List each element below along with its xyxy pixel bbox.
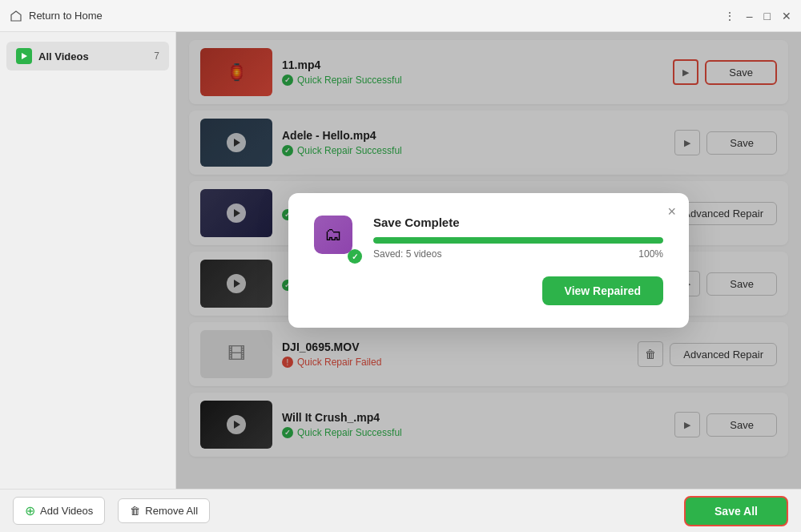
modal-close-button[interactable]: × bbox=[667, 204, 676, 219]
view-repaired-button[interactable]: View Repaired bbox=[542, 276, 663, 305]
saved-text: Saved: 5 videos bbox=[373, 248, 441, 260]
close-button[interactable]: ✕ bbox=[782, 10, 791, 22]
check-badge: ✓ bbox=[348, 249, 362, 264]
sidebar: All Videos 7 bbox=[0, 32, 176, 489]
percent-text: 100% bbox=[638, 248, 663, 260]
progress-bar-fill bbox=[373, 237, 663, 244]
modal-body: 🗂 ✓ Save Complete Saved: 5 videos 100% bbox=[314, 216, 663, 260]
back-label[interactable]: Return to Home bbox=[29, 10, 103, 22]
modal-content: Save Complete Saved: 5 videos 100% bbox=[373, 216, 663, 260]
save-complete-modal: × 🗂 ✓ Save Complete Saved bbox=[288, 193, 689, 328]
trash-icon: 🗑 bbox=[130, 505, 140, 517]
minimize-button[interactable]: – bbox=[747, 10, 753, 22]
bottom-left: ⊕ Add Videos 🗑 Remove All bbox=[13, 497, 210, 525]
maximize-button[interactable]: □ bbox=[764, 10, 771, 22]
sidebar-label: All Videos bbox=[38, 50, 89, 62]
sidebar-count: 7 bbox=[154, 50, 159, 62]
plus-icon: ⊕ bbox=[25, 503, 35, 518]
save-all-button[interactable]: Save All bbox=[684, 496, 788, 526]
sidebar-item-all-videos[interactable]: All Videos 7 bbox=[6, 42, 169, 71]
bottom-bar: ⊕ Add Videos 🗑 Remove All Save All bbox=[0, 489, 801, 532]
play-icon bbox=[16, 48, 32, 64]
menu-icon[interactable]: ⋮ bbox=[724, 10, 735, 22]
progress-info: Saved: 5 videos 100% bbox=[373, 248, 663, 260]
main-container: All Videos 7 🏮 11.mp4 Quick Repair Succe… bbox=[0, 32, 801, 489]
progress-bar-track bbox=[373, 237, 663, 244]
title-bar-controls: ⋮ – □ ✕ bbox=[724, 10, 791, 22]
add-videos-button[interactable]: ⊕ Add Videos bbox=[13, 497, 105, 525]
svg-marker-0 bbox=[22, 53, 27, 59]
modal-footer: View Repaired bbox=[314, 276, 663, 305]
modal-title: Save Complete bbox=[373, 216, 663, 229]
modal-overlay: × 🗂 ✓ Save Complete Saved bbox=[176, 32, 801, 489]
remove-all-button[interactable]: 🗑 Remove All bbox=[118, 498, 210, 523]
title-bar-left: Return to Home bbox=[10, 10, 103, 22]
icon-box: 🗂 bbox=[314, 216, 352, 254]
modal-icon-area: 🗂 ✓ bbox=[314, 216, 359, 260]
content-area: 🏮 11.mp4 Quick Repair Successful Save Ad… bbox=[176, 32, 801, 489]
title-bar: Return to Home ⋮ – □ ✕ bbox=[0, 0, 801, 32]
home-icon bbox=[10, 10, 22, 22]
